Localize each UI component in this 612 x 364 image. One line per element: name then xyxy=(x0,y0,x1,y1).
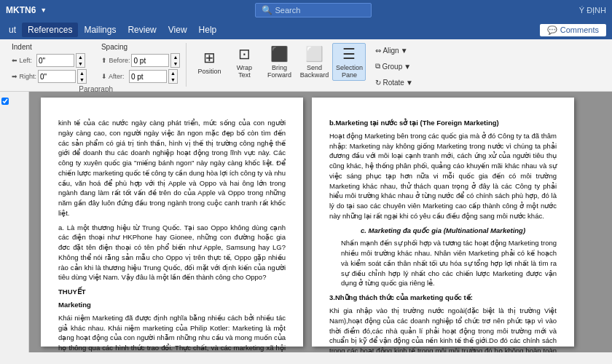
menu-bar: ut References Mailings Review View Help … xyxy=(0,20,612,39)
p-marketing-def: Khái niệm Marketing đã được định nghĩa b… xyxy=(58,313,286,352)
p-challenges-title: 3.Những thách thức của marketing quốc tế… xyxy=(329,293,557,303)
p-content-1: kinh tế của các nước ngày càng phát triể… xyxy=(58,118,286,218)
ribbon: Indent ⬅ Left: 0" ▲▼ ➡ Right: 0" ▲▼ xyxy=(0,39,612,92)
comments-button[interactable]: 💬 Comments xyxy=(540,24,606,36)
page-2: b.Marketing tại nước sở tại (The Foreign… xyxy=(312,98,574,347)
indent-controls: Indent ⬅ Left: 0" ▲▼ ➡ Right: 0" ▲▼ xyxy=(12,43,87,84)
indent-right-input[interactable]: 0" xyxy=(38,70,76,83)
spacing-input-group: ⬆ Before: 0 pt ▲▼ ⬇ After: 0 pt ▲▼ xyxy=(101,53,180,84)
selection-pane-button[interactable]: ☰ SelectionPane xyxy=(332,43,366,81)
align-group-btns: ⇔ Align ▼ ⧉ Group ▼ ↻ Rotate ▼ xyxy=(370,43,417,90)
spacing-controls: Spacing ⬆ Before: 0 pt ▲▼ ⬇ After: 0 pt … xyxy=(101,43,180,84)
user-name: Ý ĐỊNH xyxy=(579,6,606,15)
indent-right-icon: ➡ Right: xyxy=(12,73,36,80)
menu-item-review[interactable]: Review xyxy=(122,23,162,37)
bring-forward-icon: ⬛ xyxy=(270,45,289,63)
rotate-button[interactable]: ↻ Rotate ▼ xyxy=(370,75,417,90)
position-button[interactable]: ⊞ Position xyxy=(192,43,226,81)
position-label: Position xyxy=(197,68,221,75)
menu-item-ut[interactable]: ut xyxy=(3,23,22,37)
align-label: Align xyxy=(382,47,399,55)
selection-pane-icon: ☰ xyxy=(342,45,356,63)
rotate-icon: ↻ xyxy=(375,79,381,87)
menu-item-mailings[interactable]: Mailings xyxy=(78,23,122,37)
app-title: MKTN6 ▼ xyxy=(6,5,47,15)
indent-left-input[interactable]: 0" xyxy=(36,54,74,67)
rotate-dropdown-icon: ▼ xyxy=(406,79,413,87)
p-oppo: a. Là một thương hiệu từ Trung Quốc. Tại… xyxy=(58,223,286,283)
p-multinational: Nhấn mạnh đến sự phối hợp và tương tác h… xyxy=(329,238,557,288)
pages-container: kinh tế của các nước ngày càng phát triể… xyxy=(29,92,612,352)
menu-item-view[interactable]: View xyxy=(162,23,193,37)
align-button[interactable]: ⇔ Align ▼ xyxy=(370,43,417,58)
checkbox-area xyxy=(1,98,27,105)
page-1: kinh tế của các nước ngày càng phát triể… xyxy=(41,98,303,347)
bring-forward-button[interactable]: ⬛ BringForward xyxy=(262,43,296,81)
sidebar-label xyxy=(0,92,28,108)
indent-left-icon: ⬅ Left: xyxy=(12,57,35,64)
section-thuyet: THUYẾT xyxy=(58,287,286,297)
align-dropdown-icon: ▼ xyxy=(401,47,408,55)
align-icon: ⇔ xyxy=(375,47,381,55)
wrap-text-label: WrapText xyxy=(237,64,252,79)
p-foreign-1: Hoạt động Marketing bên trong các quốc g… xyxy=(329,131,557,221)
indent-label: Indent xyxy=(12,43,87,51)
wrap-text-button[interactable]: ⊡ WrapText xyxy=(227,43,261,81)
spacing-before-input[interactable]: 0 pt xyxy=(131,54,169,67)
indent-left-row: ⬅ Left: 0" ▲▼ xyxy=(12,53,87,68)
before-icon: ⬆ Before: xyxy=(101,57,130,64)
menu-item-references[interactable]: References xyxy=(22,23,78,37)
group-label: Group xyxy=(382,63,402,71)
indent-input-group: ⬅ Left: 0" ▲▼ ➡ Right: 0" ▲▼ xyxy=(12,53,87,84)
search-area: 🔍 Search xyxy=(255,3,372,17)
rotate-label: Rotate xyxy=(382,79,404,87)
section-marketing: Marketing xyxy=(58,300,286,310)
send-backward-label: SendBackward xyxy=(300,64,329,79)
doc-sidebar xyxy=(0,92,29,352)
doc-area: kinh tế của các nước ngày càng phát triể… xyxy=(0,92,612,352)
selection-pane-label: SelectionPane xyxy=(336,64,363,79)
spacing-before-row: ⬆ Before: 0 pt ▲▼ xyxy=(101,53,180,68)
p-multinational-title: c. Marketing đa quốc gia (Multinational … xyxy=(329,226,557,236)
indent-group: Indent ⬅ Left: 0" ▲▼ ➡ Right: 0" ▲▼ xyxy=(6,43,187,87)
comments-label: Comments xyxy=(560,25,599,34)
spacing-after-row: ⬇ After: 0 pt ▲▼ xyxy=(101,69,180,84)
app-name: MKTN6 xyxy=(6,5,36,15)
menu-items: ut References Mailings Review View Help xyxy=(3,23,222,37)
bring-forward-label: BringForward xyxy=(267,64,291,79)
indent-right-spinner[interactable]: ▲▼ xyxy=(77,69,87,84)
send-backward-icon: ⬜ xyxy=(305,45,323,63)
spacing-before-spinner[interactable]: ▲▼ xyxy=(170,53,180,68)
search-text: Search xyxy=(275,6,301,15)
checkbox-1[interactable] xyxy=(1,98,9,105)
title-bar: MKTN6 ▼ 🔍 Search Ý ĐỊNH xyxy=(0,0,612,20)
arrange-group: ⊞ Position ⊡ WrapText ⬛ BringForward ⬜ S… xyxy=(187,43,423,87)
spacing-label: Spacing xyxy=(101,43,180,51)
send-backward-button[interactable]: ⬜ SendBackward xyxy=(297,43,331,81)
group-icon: ⧉ xyxy=(375,62,380,71)
group-dropdown-icon: ▼ xyxy=(404,63,411,71)
indent-right-row: ➡ Right: 0" ▲▼ xyxy=(12,69,87,84)
spacing-after-input[interactable]: 0 pt xyxy=(129,70,167,83)
search-box[interactable]: 🔍 Search xyxy=(255,3,372,17)
spacing-after-spinner[interactable]: ▲▼ xyxy=(168,69,178,84)
comments-icon: 💬 xyxy=(547,25,557,35)
indent-left-spinner[interactable]: ▲▼ xyxy=(76,53,85,68)
search-icon: 🔍 xyxy=(262,5,272,15)
page2-header: b.Marketing tại nước sở tại (The Foreign… xyxy=(329,118,557,128)
group-button[interactable]: ⧉ Group ▼ xyxy=(370,59,417,74)
after-icon: ⬇ After: xyxy=(101,73,128,80)
p-challenges-1: Khi gia nhập vào thị trường nước ngoài(đ… xyxy=(329,306,557,352)
dropdown-icon[interactable]: ▼ xyxy=(40,7,47,14)
menu-item-help[interactable]: Help xyxy=(193,23,223,37)
wrap-text-icon: ⊡ xyxy=(238,45,251,63)
position-icon: ⊞ xyxy=(203,49,216,66)
